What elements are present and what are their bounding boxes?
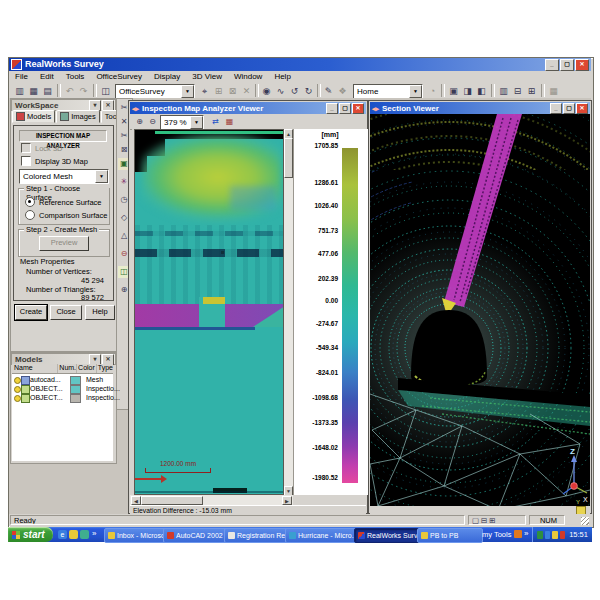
scroll-thumb[interactable]	[284, 138, 293, 178]
help-icon[interactable]: ▦	[546, 84, 561, 99]
menu-window[interactable]: Window	[228, 71, 268, 83]
visibility-bulb-icon[interactable]	[14, 395, 21, 402]
cascade-windows-icon[interactable]: ▣	[446, 84, 461, 99]
table-row[interactable]: autocad... Mesh	[12, 375, 113, 384]
comparison-surface-radio[interactable]	[25, 210, 35, 220]
menu-file[interactable]: File	[9, 71, 34, 83]
preview-button[interactable]: Preview	[39, 236, 89, 251]
tile-vertical-icon[interactable]: ◧	[474, 84, 489, 99]
save-icon[interactable]: ▦	[26, 84, 41, 99]
quicklaunch-desktop-icon[interactable]	[80, 530, 89, 539]
swap-view-icon[interactable]: ⇄	[208, 115, 223, 130]
tunnel-point-cloud-view[interactable]: Z X Y	[370, 114, 590, 506]
quicklaunch-chevron-icon[interactable]: »	[92, 529, 96, 538]
workspace-icon[interactable]: ◫	[98, 84, 113, 99]
chevron-down-icon[interactable]: ▼	[181, 85, 194, 98]
maximize-icon[interactable]: ▢	[339, 103, 351, 114]
sample-icon[interactable]: ❖	[335, 84, 350, 99]
tray-antivirus-icon[interactable]	[537, 531, 543, 539]
minimize-icon[interactable]: _	[550, 103, 562, 114]
visibility-bulb-icon[interactable]	[14, 386, 21, 393]
target-icon[interactable]: ⌖	[197, 84, 212, 99]
pin-icon[interactable]: ▾	[89, 354, 101, 365]
table-row[interactable]: OBJECT... Inspectio...	[12, 384, 113, 393]
menu-display[interactable]: Display	[148, 71, 186, 83]
task-autocad[interactable]: AutoCAD 2002	[163, 528, 229, 543]
close-icon[interactable]: ✕	[352, 103, 364, 114]
quicklaunch-ie-icon[interactable]: e	[58, 530, 67, 539]
tray-update-icon[interactable]	[560, 531, 566, 539]
col-name[interactable]: Name	[12, 364, 58, 373]
col-type[interactable]: Type	[97, 364, 113, 373]
maximize-icon[interactable]: ▢	[560, 59, 574, 71]
app-title-bar[interactable]: RealWorks Survey _ ▢ ✕	[9, 58, 591, 71]
task-pb-to-pb[interactable]: PB to PB	[417, 528, 483, 543]
col-color[interactable]: Color	[77, 364, 97, 373]
tray-chevron-icon[interactable]: »	[524, 529, 528, 538]
close-icon[interactable]: ✕	[102, 354, 114, 365]
orbit-icon[interactable]: ↺	[287, 84, 302, 99]
tray-volume-icon[interactable]	[552, 531, 558, 539]
start-button[interactable]: start	[8, 527, 53, 542]
horizontal-scrollbar[interactable]: ◀ ▶	[130, 495, 293, 505]
menu-help[interactable]: Help	[268, 71, 296, 83]
menu-officesurvey[interactable]: OfficeSurvey	[90, 71, 148, 83]
arrange-icon[interactable]: ⊞	[524, 84, 539, 99]
task-inbox[interactable]: Inbox - Microsof...	[104, 528, 168, 543]
survey-mode-combo[interactable]: OfficeSurvey ▼	[115, 84, 195, 99]
close-button[interactable]: Close	[50, 305, 82, 320]
measure-icon[interactable]: ◉	[259, 84, 274, 99]
undo-icon[interactable]: ↶	[62, 84, 77, 99]
chevron-down-icon[interactable]: ▼	[409, 85, 422, 98]
chevron-down-icon[interactable]: ▼	[190, 116, 203, 129]
tile-horizontal-icon[interactable]: ◨	[460, 84, 475, 99]
close-icon[interactable]: ✕	[102, 100, 114, 111]
menu-tools[interactable]: Tools	[60, 71, 91, 83]
lock-3d-checkbox[interactable]	[21, 143, 31, 153]
profile-icon[interactable]: ∿	[273, 84, 288, 99]
create-button[interactable]: Create	[15, 305, 47, 320]
scroll-right-icon[interactable]: ▶	[282, 496, 292, 505]
view-mode-combo[interactable]: Home ▼	[353, 84, 423, 99]
cut-plane-icon[interactable]: ⊠	[225, 84, 240, 99]
task-registration[interactable]: Registration Rep...	[224, 528, 290, 543]
quicklaunch-mail-icon[interactable]	[69, 530, 78, 539]
mesh-type-select[interactable]: Colored Mesh ▼	[19, 169, 109, 184]
vertical-scrollbar[interactable]: ▲ ▼	[284, 129, 293, 495]
minimize-icon[interactable]: _	[326, 103, 338, 114]
mytools-icon[interactable]	[514, 530, 522, 538]
tab-images[interactable]: Images	[56, 110, 100, 123]
visibility-bulb-icon[interactable]	[14, 377, 21, 384]
task-realworks[interactable]: RealWorks Survey	[354, 528, 422, 543]
pane-layout-icons[interactable]: ▢⊟⊞	[468, 515, 526, 525]
zoom-level-combo[interactable]: 379 % ▼	[160, 115, 204, 130]
tray-network-icon[interactable]	[545, 531, 551, 539]
maximize-icon[interactable]: ▢	[563, 103, 575, 114]
menu-edit[interactable]: Edit	[34, 71, 60, 83]
refresh-icon[interactable]: ↻	[301, 84, 316, 99]
annotate-icon[interactable]: ✎	[321, 84, 336, 99]
scroll-left-icon[interactable]: ◀	[131, 496, 141, 505]
inspection-viewer-title-bar[interactable]: ◂▸ Inspection Map Analyzer Viewer _ ▢ ✕	[130, 102, 366, 114]
split-window-icon[interactable]: ⊟	[510, 84, 525, 99]
open-icon[interactable]: ▥	[12, 84, 27, 99]
redo-icon[interactable]: ↷	[76, 84, 91, 99]
new-window-icon[interactable]: ▥	[496, 84, 511, 99]
col-num[interactable]: Num...	[58, 364, 77, 373]
reference-surface-radio[interactable]	[25, 197, 35, 207]
print-icon[interactable]: ▤	[40, 84, 55, 99]
task-hurricane[interactable]: Hurricane - Micro...	[285, 528, 359, 543]
grid-settings-icon[interactable]: ▦	[222, 115, 237, 130]
zoom-out-icon[interactable]: ⊖	[145, 115, 160, 130]
section-viewer-title-bar[interactable]: ◂▸ Section Viewer _ ▢ ✕	[370, 102, 590, 114]
chevron-down-icon[interactable]: ▼	[95, 170, 108, 183]
display-3d-map-checkbox[interactable]	[21, 156, 31, 166]
close-icon[interactable]: ✕	[575, 59, 589, 71]
mytools-toolbar[interactable]: my Tools	[482, 530, 511, 539]
pin-icon[interactable]: ▾	[89, 100, 101, 111]
close-icon[interactable]: ✕	[576, 103, 588, 114]
user-icon[interactable]: ◔	[425, 84, 440, 99]
fit-view-icon[interactable]: ⊞	[211, 84, 226, 99]
elevation-map-canvas[interactable]: 1200.00 mm	[134, 129, 284, 495]
help-button[interactable]: Help	[85, 305, 115, 320]
